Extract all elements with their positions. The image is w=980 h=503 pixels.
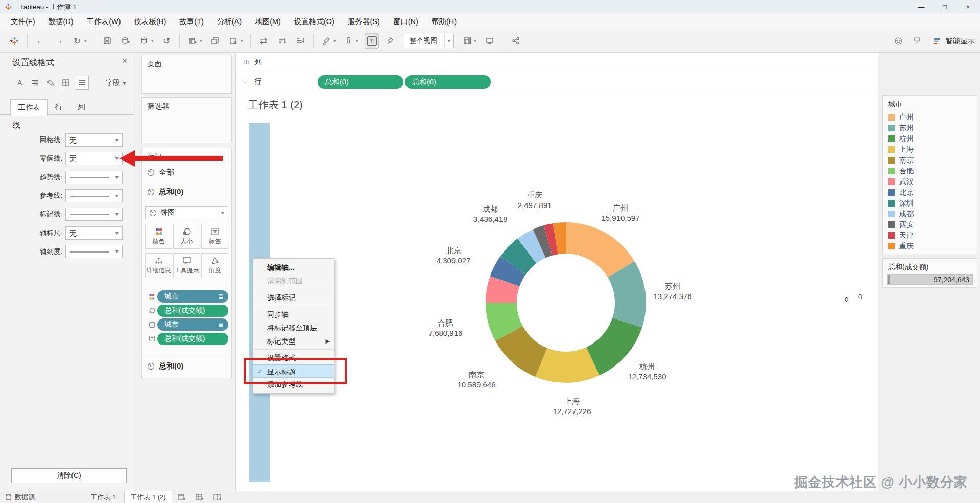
legend-item[interactable]: 北京: [888, 187, 977, 198]
legend-item[interactable]: 杭州: [888, 133, 977, 144]
chevron-down-icon[interactable]: ▾: [151, 38, 156, 43]
clear-button[interactable]: 清除(C): [11, 468, 127, 483]
chevron-down-icon[interactable]: [115, 195, 119, 197]
menu-item[interactable]: 设置格式(O): [288, 14, 341, 30]
measure-pill[interactable]: 总和(成交额): [157, 305, 228, 317]
show-mark-labels-icon[interactable]: T: [365, 33, 379, 49]
clear-sheet-icon[interactable]: [227, 34, 240, 48]
pause-updates-icon[interactable]: [137, 34, 151, 48]
chevron-down-icon[interactable]: [115, 157, 119, 160]
shading-format-icon[interactable]: [44, 76, 57, 89]
format-line-select[interactable]: [65, 245, 123, 258]
new-dashboard-button[interactable]: [196, 491, 204, 503]
chevron-down-icon[interactable]: [115, 139, 119, 142]
new-story-button[interactable]: [213, 491, 222, 503]
menu-item[interactable]: 文件(F): [4, 14, 42, 30]
context-menu-item[interactable]: 将标记移至顶层: [253, 321, 334, 334]
font-format-icon[interactable]: A: [13, 76, 27, 89]
color-button[interactable]: 颜色: [145, 224, 172, 249]
new-worksheet-button[interactable]: [178, 491, 186, 503]
rows-shelf[interactable]: ≡ 行 总和(0)总和(0): [236, 72, 878, 92]
datasource-tab[interactable]: 数据源: [5, 491, 35, 503]
size-button[interactable]: 大小: [173, 224, 200, 249]
chevron-down-icon[interactable]: ▾: [333, 38, 339, 43]
sort-descending-icon[interactable]: [294, 34, 307, 48]
chevron-down-icon[interactable]: [115, 213, 119, 216]
duplicate-icon[interactable]: [208, 34, 222, 48]
menu-item[interactable]: 分析(A): [210, 14, 248, 30]
maximize-button[interactable]: □: [933, 0, 957, 14]
chevron-down-icon[interactable]: ▾: [200, 38, 205, 43]
smart-show-button[interactable]: 智能显示: [934, 36, 975, 46]
menu-item[interactable]: 窗口(N): [387, 14, 425, 30]
context-menu-item[interactable]: 标记类型▶: [253, 334, 334, 348]
rows-shelf-pill[interactable]: 总和(0): [318, 75, 403, 89]
legend-item[interactable]: 广州: [888, 112, 977, 123]
format-line-select[interactable]: [65, 189, 123, 202]
dimension-pill[interactable]: 城市≣: [157, 318, 228, 331]
context-menu-item[interactable]: 选择标记: [253, 291, 334, 304]
tab-worksheet[interactable]: 工作表: [10, 99, 48, 116]
menu-item[interactable]: 仪表板(B): [128, 14, 173, 30]
add-data-source-icon[interactable]: [119, 34, 132, 48]
tab-columns[interactable]: 列: [70, 99, 92, 115]
sheet-tab-2[interactable]: 工作表 1 (2): [124, 491, 172, 503]
sort-ascending-icon[interactable]: [275, 34, 289, 48]
legend-item[interactable]: 南京: [888, 155, 977, 166]
group-members-icon[interactable]: [342, 34, 355, 48]
menu-item[interactable]: 帮助(H): [425, 14, 463, 30]
chevron-down-icon[interactable]: ▾: [241, 38, 246, 43]
angle-button[interactable]: 角度: [201, 253, 228, 278]
dimension-pill[interactable]: 城市≣: [157, 290, 228, 303]
tooltip-button[interactable]: 工具提示: [173, 253, 200, 278]
marks-collapsed-section[interactable]: 总和(0): [147, 361, 183, 371]
marks-sum-section[interactable]: 总和(0): [147, 187, 183, 197]
measure-pill[interactable]: 总和(成交额): [157, 333, 228, 345]
menu-item[interactable]: 地图(M): [248, 14, 288, 30]
chevron-down-icon[interactable]: [115, 232, 119, 235]
menu-item[interactable]: 服务器(S): [341, 14, 387, 30]
new-worksheet-icon[interactable]: [186, 34, 199, 48]
save-icon[interactable]: [101, 34, 114, 48]
marks-all-section[interactable]: 全部: [147, 168, 174, 177]
fix-axes-icon[interactable]: [384, 34, 397, 48]
close-icon[interactable]: ✕: [122, 57, 128, 65]
tab-rows[interactable]: 行: [48, 99, 69, 115]
format-line-select[interactable]: [65, 208, 123, 221]
format-line-select[interactable]: 无: [65, 133, 123, 147]
legend-item[interactable]: 苏州: [888, 123, 977, 133]
legend-item[interactable]: 上海: [888, 144, 977, 155]
chevron-down-icon[interactable]: [115, 176, 119, 179]
chevron-down-icon[interactable]: ▾: [474, 38, 480, 43]
detail-button[interactable]: 详细信息: [145, 253, 172, 278]
label-button[interactable]: 标签: [201, 224, 228, 249]
columns-shelf[interactable]: ııı 列: [236, 53, 878, 72]
close-button[interactable]: ×: [957, 0, 980, 14]
context-menu-item[interactable]: 同步轴: [253, 308, 334, 321]
menu-item[interactable]: 故事(T): [173, 14, 210, 30]
data-guide-icon[interactable]: [892, 34, 905, 49]
run-updates-icon[interactable]: ↺: [160, 34, 173, 48]
fields-dropdown[interactable]: 字段 ▼: [106, 78, 127, 87]
mark-type-dropdown[interactable]: 饼图: [145, 206, 228, 219]
swap-rows-columns-icon[interactable]: ⇄: [257, 34, 270, 48]
legend-item[interactable]: 深圳: [888, 198, 977, 209]
show-hide-cards-icon[interactable]: [461, 34, 474, 48]
share-icon[interactable]: [509, 34, 522, 48]
menu-item[interactable]: 数据(D): [42, 14, 80, 30]
chevron-down-icon[interactable]: ▾: [356, 38, 361, 43]
lines-format-icon[interactable]: [75, 76, 89, 90]
rows-shelf-pill[interactable]: 总和(0): [405, 75, 491, 89]
chevron-down-icon[interactable]: ▾: [84, 38, 89, 43]
replay-icon[interactable]: ↻: [70, 34, 84, 48]
redo-icon[interactable]: →: [52, 34, 65, 48]
size-legend-bar[interactable]: 97,204,643: [887, 274, 973, 285]
pages-card[interactable]: 页面: [141, 55, 232, 94]
chevron-down-icon[interactable]: ▾: [444, 34, 450, 48]
menu-item[interactable]: 工作表(W): [80, 14, 128, 30]
legend-item[interactable]: 重庆: [888, 241, 977, 252]
checkpoint-icon[interactable]: [910, 34, 923, 49]
sheet-tab-1[interactable]: 工作表 1: [83, 491, 123, 503]
filters-card[interactable]: 筛选器: [141, 97, 232, 143]
format-line-select[interactable]: 无: [65, 226, 123, 240]
